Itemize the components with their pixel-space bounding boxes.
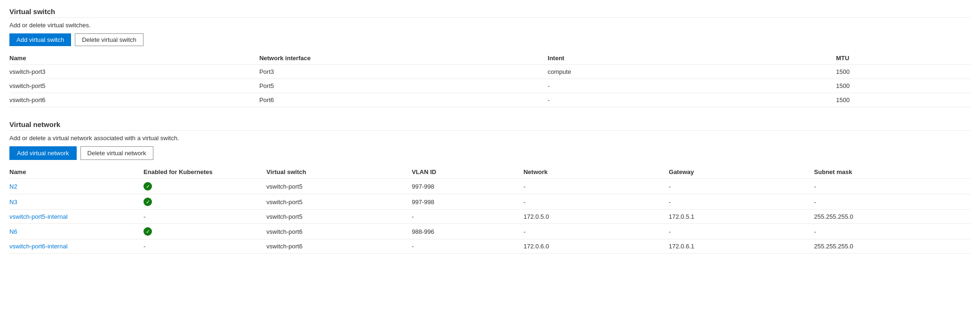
virtual-network-tbody: N2 ✓ vswitch-port5 997-998 - - - N3 ✓ vs… — [9, 179, 971, 254]
virtual-switch-tbody: vswitch-port3 Port3 compute 1500 vswitch… — [9, 65, 971, 107]
vn-col-name: Name — [9, 166, 143, 179]
vn-row-gateway: 172.0.6.1 — [669, 239, 814, 254]
vn-row-vlan: 997-998 — [412, 194, 524, 210]
vn-row-name[interactable]: vswitch-port5-internal — [9, 210, 143, 224]
vn-row-vlan: - — [412, 239, 524, 254]
vn-row-enabled: - — [143, 210, 266, 224]
vn-row-subnet: 255.255.255.0 — [814, 239, 971, 254]
vn-col-vlan: VLAN ID — [412, 166, 524, 179]
vn-row-network: - — [524, 194, 669, 210]
virtual-network-header-row: Name Enabled for Kubernetes Virtual swit… — [9, 166, 971, 179]
vn-row-enabled: - — [143, 239, 266, 254]
add-virtual-network-button[interactable]: Add virtual network — [9, 146, 77, 160]
vn-col-gateway: Gateway — [669, 166, 814, 179]
virtual-switch-description: Add or delete virtual switches. — [9, 22, 971, 29]
vs-col-interface: Network interface — [259, 52, 548, 65]
vn-row-gateway: - — [669, 224, 814, 239]
vs-row-intent: - — [548, 79, 836, 93]
vs-row-intent: compute — [548, 65, 836, 79]
vn-row-network: - — [524, 224, 669, 239]
vn-col-subnet: Subnet mask — [814, 166, 971, 179]
virtual-network-section: Virtual network Add or delete a virtual … — [9, 120, 971, 254]
table-row: N2 ✓ vswitch-port5 997-998 - - - — [9, 179, 971, 194]
virtual-switch-header-row: Name Network interface Intent MTU — [9, 52, 971, 65]
vn-row-name[interactable]: N3 — [9, 194, 143, 210]
vn-name-link[interactable]: N3 — [9, 199, 17, 206]
vs-col-mtu: MTU — [836, 52, 971, 65]
vs-row-mtu: 1500 — [836, 79, 971, 93]
table-row: vswitch-port6-internal - vswitch-port6 -… — [9, 239, 971, 254]
checkmark-icon: ✓ — [143, 182, 152, 191]
vn-row-enabled: ✓ — [143, 224, 266, 239]
virtual-network-description: Add or delete a virtual network associat… — [9, 135, 971, 142]
virtual-network-table: Name Enabled for Kubernetes Virtual swit… — [9, 166, 971, 254]
vn-row-name[interactable]: N6 — [9, 224, 143, 239]
vn-name-link[interactable]: vswitch-port5-internal — [9, 213, 68, 220]
vn-row-vswitch: vswitch-port5 — [266, 210, 412, 224]
vn-col-enabled: Enabled for Kubernetes — [143, 166, 266, 179]
table-row: N6 ✓ vswitch-port6 988-996 - - - — [9, 224, 971, 239]
vn-row-vswitch: vswitch-port6 — [266, 224, 412, 239]
vn-row-network: 172.0.5.0 — [524, 210, 669, 224]
vn-row-vlan: 988-996 — [412, 224, 524, 239]
vs-row-name: vswitch-port3 — [9, 65, 259, 79]
vn-col-network: Network — [524, 166, 669, 179]
vn-row-network: - — [524, 179, 669, 194]
vn-col-vswitch: Virtual switch — [266, 166, 412, 179]
table-row: vswitch-port5-internal - vswitch-port5 -… — [9, 210, 971, 224]
vs-row-name: vswitch-port6 — [9, 93, 259, 107]
vn-name-link[interactable]: N2 — [9, 183, 17, 190]
vn-row-subnet: - — [814, 179, 971, 194]
vs-col-intent: Intent — [548, 52, 836, 65]
vs-row-mtu: 1500 — [836, 93, 971, 107]
vn-row-gateway: - — [669, 179, 814, 194]
vn-row-vlan: - — [412, 210, 524, 224]
vn-row-vswitch: vswitch-port6 — [266, 239, 412, 254]
checkmark-icon: ✓ — [143, 227, 152, 236]
vn-row-enabled: ✓ — [143, 194, 266, 210]
table-row: vswitch-port5 Port5 - 1500 — [9, 79, 971, 93]
vs-row-name: vswitch-port5 — [9, 79, 259, 93]
virtual-switch-title: Virtual switch — [9, 8, 971, 16]
virtual-switch-table: Name Network interface Intent MTU vswitc… — [9, 52, 971, 107]
vn-row-subnet: - — [814, 194, 971, 210]
virtual-network-buttons: Add virtual network Delete virtual netwo… — [9, 146, 971, 160]
vn-name-link[interactable]: vswitch-port6-internal — [9, 243, 68, 250]
vn-row-gateway: 172.0.5.1 — [669, 210, 814, 224]
checkmark-icon: ✓ — [143, 198, 152, 206]
virtual-switch-section: Virtual switch Add or delete virtual swi… — [9, 8, 971, 107]
vn-name-link[interactable]: N6 — [9, 228, 17, 235]
vs-row-interface: Port3 — [259, 65, 548, 79]
virtual-network-divider — [9, 130, 971, 131]
virtual-switch-divider — [9, 17, 971, 18]
virtual-network-title: Virtual network — [9, 120, 971, 128]
vn-row-name[interactable]: vswitch-port6-internal — [9, 239, 143, 254]
table-row: N3 ✓ vswitch-port5 997-998 - - - — [9, 194, 971, 210]
vs-row-interface: Port6 — [259, 93, 548, 107]
table-row: vswitch-port3 Port3 compute 1500 — [9, 65, 971, 79]
table-row: vswitch-port6 Port6 - 1500 — [9, 93, 971, 107]
vn-row-vswitch: vswitch-port5 — [266, 179, 412, 194]
delete-virtual-switch-button[interactable]: Delete virtual switch — [75, 33, 143, 46]
vn-row-vswitch: vswitch-port5 — [266, 194, 412, 210]
vn-row-gateway: - — [669, 194, 814, 210]
add-virtual-switch-button[interactable]: Add virtual switch — [9, 33, 71, 46]
vn-row-network: 172.0.6.0 — [524, 239, 669, 254]
virtual-switch-buttons: Add virtual switch Delete virtual switch — [9, 33, 971, 46]
vn-row-vlan: 997-998 — [412, 179, 524, 194]
delete-virtual-network-button[interactable]: Delete virtual network — [80, 146, 153, 160]
vs-row-interface: Port5 — [259, 79, 548, 93]
vn-row-subnet: - — [814, 224, 971, 239]
vs-row-intent: - — [548, 93, 836, 107]
vn-row-subnet: 255.255.255.0 — [814, 210, 971, 224]
vs-row-mtu: 1500 — [836, 65, 971, 79]
vn-row-enabled: ✓ — [143, 179, 266, 194]
vn-row-name[interactable]: N2 — [9, 179, 143, 194]
vs-col-name: Name — [9, 52, 259, 65]
